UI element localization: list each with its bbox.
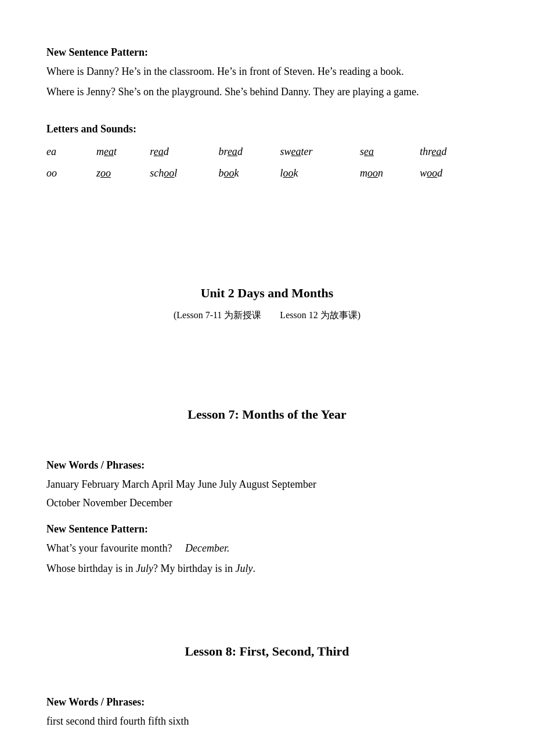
word-sweater: sweater (280, 141, 360, 163)
word-thread: thread (420, 141, 488, 163)
letters-table: ea meat read bread sweater sea thread oo… (46, 141, 488, 184)
word-book: book (219, 163, 280, 184)
word-look: look (280, 163, 360, 184)
birthday-q-post: ? (153, 563, 158, 574)
new-sentence-pattern-label-2: New Sentence Pattern: (46, 521, 488, 538)
months-line-1: January February March April May June Ju… (46, 476, 488, 493)
word-meat: meat (96, 141, 150, 163)
word-wood: wood (420, 163, 488, 184)
birthday-a-word: July (235, 563, 252, 574)
letters-row-ea: ea meat read bread sweater sea thread (46, 141, 488, 163)
letters-row-oo: oo zoo school book look moon wood (46, 163, 488, 184)
new-sentence-pattern-label-1: New Sentence Pattern: (46, 44, 488, 61)
word-moon: moon (360, 163, 420, 184)
fav-sentence: What’s your favourite month? December. (46, 540, 488, 557)
unit-subtitle: (Lesson 7-11 为新授课 Lesson 12 为故事课) (46, 308, 488, 323)
new-words-label-1: New Words / Phrases: (46, 457, 488, 474)
word-read: read (150, 141, 218, 163)
sentence-2: Where is Jenny? She’s on the playground.… (46, 84, 488, 100)
fav-question-text: What’s your favourite month? (46, 542, 172, 554)
months-line-2: October November December (46, 495, 488, 512)
letters-sounds-label: Letters and Sounds: (46, 121, 488, 138)
word-sea: sea (360, 141, 420, 163)
word-bread: bread (219, 141, 280, 163)
new-sentence-pattern-section-1: New Sentence Pattern: Where is Danny? He… (46, 44, 488, 100)
lesson7-title: Lesson 7: Months of the Year (46, 404, 488, 424)
word-school: school (150, 163, 218, 184)
phoneme-oo: oo (46, 163, 96, 184)
lesson8-section: New Words / Phrases: first second third … (46, 694, 488, 730)
new-words-label-2: New Words / Phrases: (46, 694, 488, 711)
letters-and-sounds-section: Letters and Sounds: ea meat read bread s… (46, 121, 488, 183)
lesson7-section: New Words / Phrases: January February Ma… (46, 457, 488, 577)
unit-title: Unit 2 Days and Months (46, 283, 488, 303)
phoneme-ea: ea (46, 141, 96, 163)
word-zoo: zoo (96, 163, 150, 184)
birthday-a-post: . (252, 563, 255, 574)
sentence-1: Where is Danny? He’s in the classroom. H… (46, 63, 488, 80)
birthday-a-pre: My birthday is in (158, 563, 236, 574)
birthday-sentence: Whose birthday is in July? My birthday i… (46, 560, 488, 577)
birthday-q-pre: Whose birthday is in (46, 563, 136, 574)
ordinals-line: first second third fourth fifth sixth (46, 713, 488, 730)
birthday-q-word: July (136, 563, 153, 574)
fav-punct: . (227, 542, 230, 554)
fav-answer-text: December (185, 542, 227, 554)
lesson8-title: Lesson 8: First, Second, Third (46, 641, 488, 661)
